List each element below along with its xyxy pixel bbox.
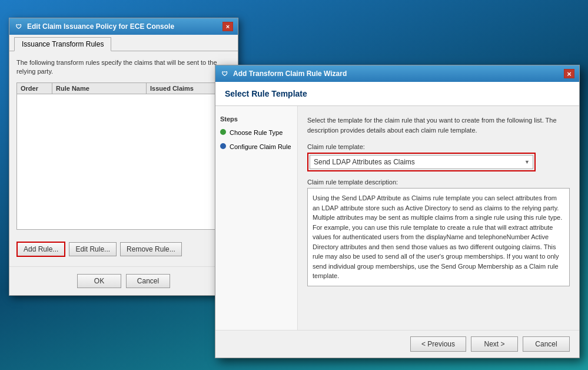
claim-rule-template-group: Claim rule template: Send LDAP Attribute… (307, 143, 570, 171)
previous-button[interactable]: < Previous (410, 336, 466, 352)
cancel-button[interactable]: Cancel (126, 274, 170, 288)
wizard-steps-panel: Steps Choose Rule Type Configure Claim R… (215, 106, 298, 330)
edit-claim-dialog: 🛡 Edit Claim Issuance Policy for ECE Con… (9, 18, 238, 296)
wizard-footer: < Previous Next > Cancel (215, 330, 579, 358)
description-group: Claim rule template description: Using t… (307, 179, 570, 286)
add-rule-button[interactable]: Add Rule... (16, 242, 65, 257)
dialog-icon: 🛡 (14, 22, 24, 31)
column-order: Order (17, 83, 52, 94)
remove-rule-button[interactable]: Remove Rule... (120, 242, 182, 256)
step-dot-blue (220, 143, 226, 149)
wizard-header-title: Select Rule Template (225, 89, 570, 98)
step-configure-label: Configure Claim Rule (230, 143, 291, 151)
edit-dialog-title: Edit Claim Issuance Policy for ECE Conso… (27, 22, 174, 31)
table-header: Order Rule Name Issued Claims (17, 83, 230, 94)
wizard-titlebar: 🛡 Add Transform Claim Rule Wizard × (215, 65, 579, 82)
wizard-header: Select Rule Template (215, 82, 579, 106)
edit-dialog-content: The following transform rules specify th… (9, 51, 238, 237)
edit-dialog-close-button[interactable]: × (222, 22, 233, 31)
claim-rule-template-border: Send LDAP Attributes as Claims Send Grou… (307, 153, 536, 171)
wizard-intro-text: Select the template for the claim rule t… (307, 115, 570, 135)
step-choose-label: Choose Rule Type (230, 128, 283, 137)
issuance-transform-rules-tab[interactable]: Issuance Transform Rules (14, 37, 111, 51)
wizard-body: Steps Choose Rule Type Configure Claim R… (215, 106, 579, 330)
claim-rule-select-container[interactable]: Send LDAP Attributes as Claims Send Grou… (310, 155, 533, 169)
ok-button[interactable]: OK (77, 274, 121, 288)
dialog-tabs: Issuance Transform Rules (9, 35, 238, 51)
step-configure-claim: Configure Claim Rule (220, 143, 293, 151)
wizard-main-content: Select the template for the claim rule t… (298, 106, 579, 330)
description-text: Using the Send LDAP Attribute as Claims … (307, 188, 570, 286)
steps-title: Steps (220, 115, 293, 123)
titlebar-left: 🛡 Edit Claim Issuance Policy for ECE Con… (14, 22, 174, 31)
rules-table[interactable]: Order Rule Name Issued Claims (16, 82, 231, 230)
dialog-footer-buttons: Add Rule... Edit Rule... Remove Rule... (9, 237, 238, 262)
edit-dialog-description: The following transform rules specify th… (16, 58, 231, 77)
next-button[interactable]: Next > (471, 336, 518, 352)
wizard-cancel-button[interactable]: Cancel (523, 336, 570, 352)
step-dot-green (220, 129, 226, 135)
wizard-close-button[interactable]: × (564, 69, 574, 78)
wizard-titlebar-left: 🛡 Add Transform Claim Rule Wizard (220, 69, 347, 78)
edit-dialog-titlebar: 🛡 Edit Claim Issuance Policy for ECE Con… (9, 18, 238, 35)
description-label: Claim rule template description: (307, 179, 570, 186)
dialog-bottom-buttons: OK Cancel (9, 266, 238, 295)
edit-rule-button[interactable]: Edit Rule... (69, 242, 117, 256)
claim-rule-template-select[interactable]: Send LDAP Attributes as Claims Send Grou… (310, 155, 533, 169)
wizard-dialog: 🛡 Add Transform Claim Rule Wizard × Sele… (215, 65, 580, 358)
column-rule-name: Rule Name (52, 83, 147, 94)
wizard-icon: 🛡 (220, 69, 230, 78)
claim-rule-template-label: Claim rule template: (307, 143, 570, 150)
step-choose-rule-type: Choose Rule Type (220, 128, 293, 137)
wizard-dialog-title: Add Transform Claim Rule Wizard (233, 70, 347, 78)
